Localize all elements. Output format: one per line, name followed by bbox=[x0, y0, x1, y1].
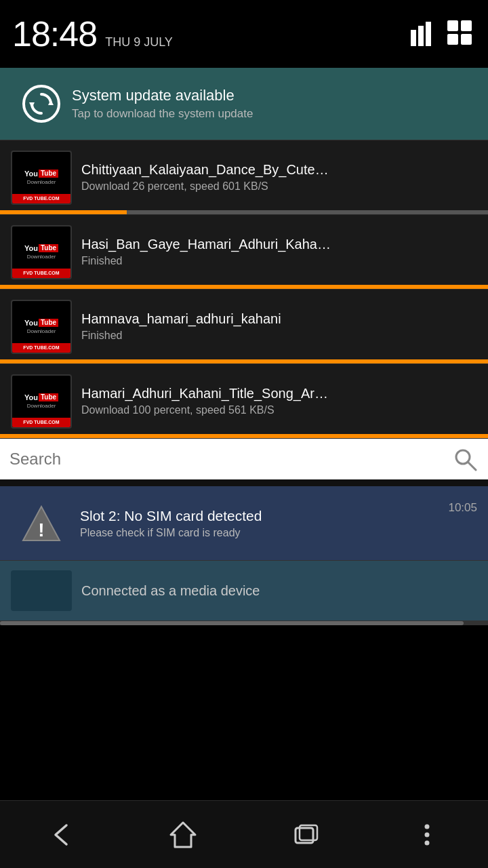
svg-rect-1 bbox=[418, 26, 424, 46]
download-subtitle-1: Download 26 percent, speed 601 KB/S bbox=[81, 180, 477, 193]
svg-point-18 bbox=[425, 840, 430, 845]
download-title-2: Hasi_Ban_Gaye_Hamari_Adhuri_Kaha… bbox=[81, 237, 477, 252]
download-subtitle-4: Download 100 percent, speed 561 KB/S bbox=[81, 404, 477, 416]
sim-notification-title: Slot 2: No SIM card detected bbox=[80, 508, 448, 524]
youtube-downloader-icon-3: YouTube Downloader FVD TUBE.COM bbox=[11, 300, 72, 354]
svg-marker-13 bbox=[171, 823, 195, 847]
svg-point-17 bbox=[425, 832, 430, 837]
svg-rect-4 bbox=[461, 20, 472, 31]
navigation-bar bbox=[0, 800, 488, 868]
svg-text:!: ! bbox=[38, 519, 44, 540]
status-time: 18:48 bbox=[12, 14, 97, 54]
svg-point-16 bbox=[425, 824, 430, 829]
media-device-icon bbox=[11, 570, 72, 611]
signal-icon bbox=[409, 19, 439, 49]
back-button[interactable] bbox=[27, 801, 95, 868]
svg-rect-0 bbox=[411, 30, 416, 46]
search-bar-container[interactable] bbox=[0, 439, 488, 479]
system-update-notification[interactable]: System update available Tap to download … bbox=[0, 68, 488, 140]
youtube-downloader-icon-1: YouTube Downloader FVD TUBE.COM bbox=[11, 151, 72, 205]
status-date: THU 9 JULY bbox=[105, 35, 173, 50]
download-content-1: Chittiyaan_Kalaiyaan_Dance_By_Cute… Down… bbox=[72, 162, 477, 193]
sim-notification-subtitle: Please check if SIM card is ready bbox=[80, 527, 448, 539]
download-title-1: Chittiyaan_Kalaiyaan_Dance_By_Cute… bbox=[81, 162, 477, 178]
sim-warning-icon: ! bbox=[11, 500, 72, 547]
home-button[interactable] bbox=[149, 801, 217, 868]
download-subtitle-2: Finished bbox=[81, 255, 477, 267]
download-content-2: Hasi_Ban_Gaye_Hamari_Adhuri_Kaha… Finish… bbox=[72, 237, 477, 267]
recents-button[interactable] bbox=[271, 801, 339, 868]
media-device-text: Connected as a media device bbox=[72, 583, 477, 599]
svg-rect-2 bbox=[426, 22, 431, 46]
svg-line-10 bbox=[468, 462, 476, 470]
system-update-title: System update available bbox=[72, 87, 253, 104]
download-title-3: Hamnava_hamari_adhuri_kahani bbox=[81, 311, 477, 327]
more-options-button[interactable] bbox=[393, 801, 461, 868]
progress-bar-2 bbox=[0, 285, 488, 289]
progress-bar-4 bbox=[0, 434, 488, 438]
download-notification-2[interactable]: YouTube Downloader FVD TUBE.COM Hasi_Ban… bbox=[0, 215, 488, 290]
apps-icon bbox=[446, 19, 476, 49]
search-icon bbox=[451, 446, 479, 473]
svg-rect-3 bbox=[447, 20, 458, 31]
download-content-4: Hamari_Adhuri_Kahani_Title_Song_Ar… Down… bbox=[72, 386, 477, 416]
status-bar: 18:48 THU 9 JULY bbox=[0, 0, 488, 68]
search-input[interactable] bbox=[9, 450, 451, 469]
download-notification-4[interactable]: YouTube Downloader FVD TUBE.COM Hamari_A… bbox=[0, 364, 488, 439]
notification-panel: System update available Tap to download … bbox=[0, 68, 488, 625]
download-notification-1[interactable]: YouTube Downloader FVD TUBE.COM Chittiya… bbox=[0, 140, 488, 215]
svg-rect-6 bbox=[461, 34, 472, 45]
system-update-icon bbox=[11, 80, 72, 127]
sim-notification-time: 10:05 bbox=[448, 498, 477, 515]
download-notification-3[interactable]: YouTube Downloader FVD TUBE.COM Hamnava_… bbox=[0, 290, 488, 364]
download-title-4: Hamari_Adhuri_Kahani_Title_Song_Ar… bbox=[81, 386, 477, 401]
system-update-text: System update available Tap to download … bbox=[72, 87, 253, 121]
youtube-downloader-icon-2: YouTube Downloader FVD TUBE.COM bbox=[11, 225, 72, 279]
svg-rect-5 bbox=[447, 34, 458, 45]
scroll-indicator bbox=[0, 621, 488, 625]
media-device-notification[interactable]: Connected as a media device bbox=[0, 561, 488, 621]
status-icons bbox=[409, 19, 476, 49]
download-subtitle-3: Finished bbox=[81, 330, 477, 342]
sim-notification[interactable]: ! Slot 2: No SIM card detected Please ch… bbox=[0, 486, 488, 561]
download-content-3: Hamnava_hamari_adhuri_kahani Finished bbox=[72, 311, 477, 342]
progress-bar-1 bbox=[0, 210, 488, 214]
sim-notification-text: Slot 2: No SIM card detected Please chec… bbox=[72, 508, 448, 539]
scroll-thumb bbox=[0, 621, 464, 625]
section-separator bbox=[0, 479, 488, 486]
progress-bar-3 bbox=[0, 359, 488, 363]
youtube-downloader-icon-4: YouTube Downloader FVD TUBE.COM bbox=[11, 374, 72, 429]
progress-fill-1 bbox=[0, 210, 127, 214]
system-update-subtitle: Tap to download the system update bbox=[72, 107, 253, 121]
